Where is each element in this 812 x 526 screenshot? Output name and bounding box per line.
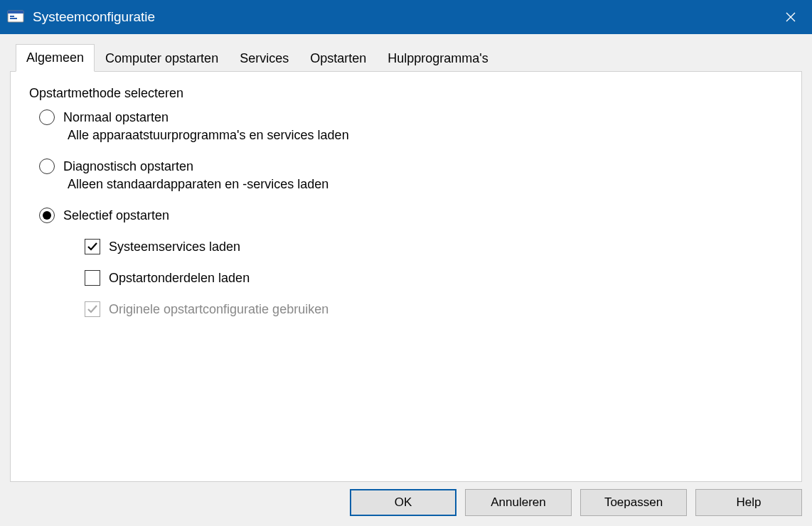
tab-algemeen[interactable]: Algemeen xyxy=(16,44,95,72)
checkbox-label: Systeemservices laden xyxy=(109,240,240,254)
button-label: Help xyxy=(737,495,762,510)
radio-description: Alleen standaardapparaten en -services l… xyxy=(68,177,783,192)
checkbox-label: Originele opstartconfiguratie gebruiken xyxy=(109,302,328,317)
ok-button[interactable]: OK xyxy=(350,489,456,516)
svg-rect-3 xyxy=(10,18,17,19)
apply-button[interactable]: Toepassen xyxy=(580,489,687,516)
button-label: Toepassen xyxy=(604,495,663,510)
cancel-button[interactable]: Annuleren xyxy=(465,489,572,516)
svg-rect-1 xyxy=(8,11,23,14)
button-row: OK Annuleren Toepassen Help xyxy=(350,489,802,516)
radio-normaal-opstarten[interactable]: Normaal opstarten xyxy=(39,109,783,125)
help-button[interactable]: Help xyxy=(695,489,802,516)
tab-label: Opstarten xyxy=(310,51,366,65)
checkbox-icon xyxy=(85,301,100,317)
checkbox-icon xyxy=(85,270,100,286)
client-area: Algemeen Computer opstarten Services Ops… xyxy=(0,34,812,526)
radio-description: Alle apparaatstuurprogramma's en service… xyxy=(68,128,783,143)
tab-computer-opstarten[interactable]: Computer opstarten xyxy=(95,46,229,71)
tab-services[interactable]: Services xyxy=(229,46,299,71)
radio-icon xyxy=(39,159,55,174)
radio-label: Normaal opstarten xyxy=(63,110,169,125)
titlebar: Systeemconfiguratie xyxy=(0,0,812,34)
button-label: Annuleren xyxy=(491,495,546,510)
tabpane-algemeen: Opstartmethode selecteren Normaal opstar… xyxy=(10,71,802,482)
radio-icon xyxy=(39,208,55,223)
button-label: OK xyxy=(395,495,412,510)
window-title: Systeemconfiguratie xyxy=(33,9,769,25)
checkbox-systeemservices-laden[interactable]: Systeemservices laden xyxy=(85,239,783,254)
tab-hulpprogrammas[interactable]: Hulpprogramma's xyxy=(377,46,499,71)
radio-selectief-opstarten[interactable]: Selectief opstarten xyxy=(39,208,783,223)
radio-label: Selectief opstarten xyxy=(63,208,169,223)
sub-options: Systeemservices laden Opstartonderdelen … xyxy=(85,239,783,317)
close-button[interactable] xyxy=(769,0,812,34)
svg-rect-2 xyxy=(10,16,14,17)
tab-label: Hulpprogramma's xyxy=(388,51,488,65)
radio-diagnostisch-opstarten[interactable]: Diagnostisch opstarten xyxy=(39,159,783,174)
tab-label: Algemeen xyxy=(26,50,84,65)
checkbox-originele-opstartconfiguratie: Originele opstartconfiguratie gebruiken xyxy=(85,301,783,317)
group-title: Opstartmethode selecteren xyxy=(29,86,783,101)
radio-icon xyxy=(39,109,55,125)
tab-label: Services xyxy=(240,51,289,65)
tab-opstarten[interactable]: Opstarten xyxy=(299,46,377,71)
checkbox-opstartonderdelen-laden[interactable]: Opstartonderdelen laden xyxy=(85,270,783,286)
checkbox-icon xyxy=(85,239,100,254)
tabstrip: Algemeen Computer opstarten Services Ops… xyxy=(10,44,802,71)
radio-label: Diagnostisch opstarten xyxy=(63,159,193,174)
tab-label: Computer opstarten xyxy=(105,51,218,65)
checkbox-label: Opstartonderdelen laden xyxy=(109,271,250,286)
app-icon xyxy=(7,9,24,26)
